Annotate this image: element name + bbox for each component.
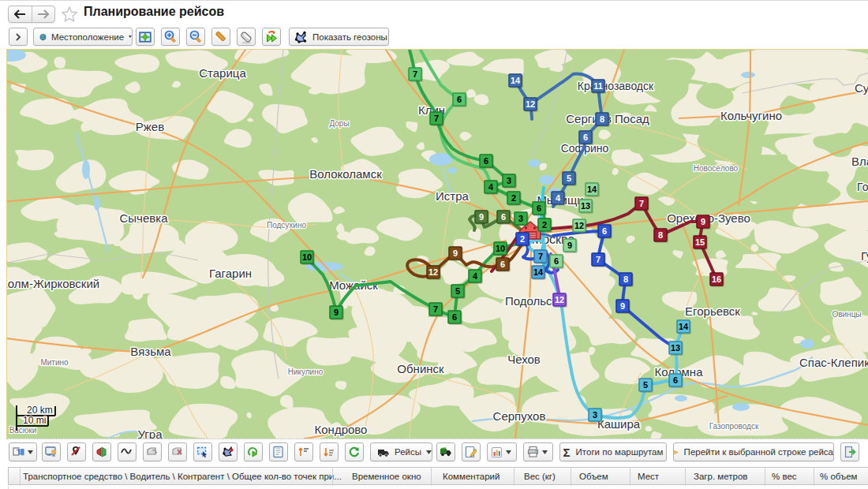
svg-text:9: 9 xyxy=(620,301,625,311)
svg-text:Кольчугино: Кольчугино xyxy=(720,109,782,122)
svg-text:7: 7 xyxy=(639,199,644,208)
svg-text:10: 10 xyxy=(496,244,505,253)
svg-text:Истра: Истра xyxy=(436,189,469,203)
svg-text:9: 9 xyxy=(453,248,458,258)
svg-text:Вязьма: Вязьма xyxy=(130,345,171,358)
svg-text:Гагарин: Гагарин xyxy=(209,267,252,280)
svg-text:10: 10 xyxy=(302,252,312,262)
svg-text:2: 2 xyxy=(542,220,547,230)
svg-text:9: 9 xyxy=(479,212,484,222)
svg-text:Угра: Угра xyxy=(137,427,163,439)
svg-text:Владимир: Владимир xyxy=(851,155,868,168)
svg-text:Краснозаводск: Краснозаводск xyxy=(578,80,654,92)
svg-text:9: 9 xyxy=(567,241,572,250)
svg-text:Никулино: Никулино xyxy=(288,368,324,376)
svg-text:Егорьевск: Егорьевск xyxy=(685,304,740,318)
svg-text:6: 6 xyxy=(602,226,607,236)
svg-text:Холм-Жирковский: Холм-Жирковский xyxy=(7,277,99,290)
svg-text:3: 3 xyxy=(518,214,523,223)
svg-text:4: 4 xyxy=(488,182,494,192)
svg-text:Новосёлово: Новосёлово xyxy=(694,164,739,173)
svg-text:7: 7 xyxy=(433,304,438,314)
svg-text:12: 12 xyxy=(526,99,535,109)
svg-text:6: 6 xyxy=(452,312,457,322)
svg-text:Васюки: Васюки xyxy=(9,426,37,435)
svg-text:Спас-Клепики: Спас-Клепики xyxy=(799,356,868,369)
svg-text:Подольск: Подольск xyxy=(505,294,558,308)
svg-text:2: 2 xyxy=(520,234,525,244)
svg-text:6: 6 xyxy=(501,212,506,222)
svg-text:Обнинск: Обнинск xyxy=(397,362,444,375)
svg-text:Ржев: Ржев xyxy=(136,120,164,133)
svg-text:Суздаль: Суздаль xyxy=(855,81,868,95)
svg-text:6: 6 xyxy=(583,133,588,142)
svg-text:Овинцы: Овинцы xyxy=(832,310,861,319)
svg-text:6: 6 xyxy=(457,95,462,104)
svg-text:Городец: Городец xyxy=(857,181,868,193)
svg-text:10 mi: 10 mi xyxy=(23,415,46,426)
svg-text:7: 7 xyxy=(596,255,600,264)
svg-text:3: 3 xyxy=(507,176,511,185)
svg-text:12: 12 xyxy=(574,221,584,230)
svg-text:16: 16 xyxy=(712,274,721,284)
svg-text:9: 9 xyxy=(701,217,705,226)
svg-text:Кондрово: Кондрово xyxy=(315,423,368,436)
svg-text:6: 6 xyxy=(500,259,505,269)
svg-text:14: 14 xyxy=(679,322,689,331)
svg-text:Гусь: Гусь xyxy=(861,249,868,263)
svg-text:4: 4 xyxy=(556,193,561,203)
svg-text:6: 6 xyxy=(673,375,678,385)
svg-text:14: 14 xyxy=(511,76,521,85)
svg-text:Газопроводск: Газопроводск xyxy=(709,422,759,431)
svg-text:Митино: Митино xyxy=(40,358,69,367)
svg-text:Сычевка: Сычевка xyxy=(120,211,169,225)
svg-text:7: 7 xyxy=(434,114,439,123)
svg-text:20 km: 20 km xyxy=(27,405,53,416)
svg-text:8: 8 xyxy=(658,230,663,240)
svg-text:13: 13 xyxy=(671,343,680,353)
svg-text:14: 14 xyxy=(533,267,544,277)
svg-text:5: 5 xyxy=(643,380,648,390)
svg-text:7: 7 xyxy=(538,252,543,261)
svg-text:5: 5 xyxy=(455,286,460,296)
svg-text:12: 12 xyxy=(428,267,438,277)
svg-text:13: 13 xyxy=(581,201,590,211)
svg-text:6: 6 xyxy=(537,203,541,213)
svg-text:8: 8 xyxy=(623,274,628,284)
svg-text:Серпухов: Серпухов xyxy=(493,409,546,423)
svg-text:Чехов: Чехов xyxy=(507,353,541,366)
svg-text:15: 15 xyxy=(695,237,705,247)
svg-text:5: 5 xyxy=(567,174,571,183)
svg-text:9: 9 xyxy=(334,308,339,317)
svg-text:7: 7 xyxy=(413,69,417,79)
svg-text:Волоколамск: Волоколамск xyxy=(309,167,382,181)
svg-text:6: 6 xyxy=(554,256,559,266)
svg-text:Доры: Доры xyxy=(329,119,349,128)
svg-text:6: 6 xyxy=(484,156,488,166)
svg-text:Подсухино: Подсухино xyxy=(267,221,306,230)
svg-text:8: 8 xyxy=(600,114,604,124)
svg-text:3: 3 xyxy=(593,410,597,420)
svg-text:4: 4 xyxy=(473,271,478,281)
svg-text:11: 11 xyxy=(593,81,603,91)
svg-text:12: 12 xyxy=(555,295,564,304)
svg-text:14: 14 xyxy=(587,185,597,194)
svg-text:Старица: Старица xyxy=(199,66,246,80)
svg-text:2: 2 xyxy=(511,193,516,203)
